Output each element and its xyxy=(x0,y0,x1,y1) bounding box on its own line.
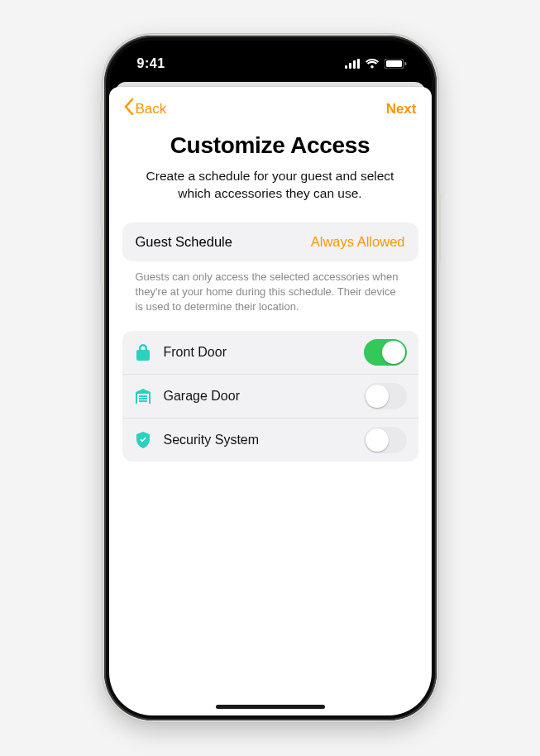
accessory-label: Garage Door xyxy=(164,389,364,404)
chevron-left-icon xyxy=(124,98,134,119)
svg-rect-6 xyxy=(404,62,406,65)
svg-rect-1 xyxy=(349,63,351,69)
battery-icon xyxy=(385,59,407,69)
shield-icon xyxy=(132,432,154,448)
status-time: 9:41 xyxy=(137,56,165,71)
page-subtitle: Create a schedule for your guest and sel… xyxy=(132,167,409,203)
page-title: Customize Access xyxy=(132,132,409,159)
accessories-list: Front Door Garage Door xyxy=(122,331,418,462)
app-sheet: Back Next Customize Access Create a sche… xyxy=(109,87,432,715)
svg-rect-3 xyxy=(357,59,360,69)
accessory-row-front-door: Front Door xyxy=(122,331,418,374)
accessory-label: Security System xyxy=(164,433,364,447)
next-button[interactable]: Next xyxy=(386,101,417,117)
svg-rect-5 xyxy=(386,60,402,67)
back-button[interactable]: Back xyxy=(124,98,167,119)
page-header: Customize Access Create a schedule for y… xyxy=(109,124,432,218)
home-indicator[interactable] xyxy=(216,705,325,709)
security-system-toggle[interactable] xyxy=(364,427,407,453)
content: Guest Schedule Always Allowed Guests can… xyxy=(109,218,432,467)
svg-rect-2 xyxy=(353,60,356,69)
svg-rect-0 xyxy=(345,65,347,69)
lock-icon xyxy=(132,343,154,361)
silence-switch xyxy=(100,135,103,160)
power-button xyxy=(437,193,441,263)
schedule-group: Guest Schedule Always Allowed xyxy=(122,222,418,261)
device-frame: 9:41 Bac xyxy=(104,36,437,720)
accessory-label: Front Door xyxy=(164,345,364,360)
garage-icon xyxy=(132,389,154,404)
back-label: Back xyxy=(136,101,167,117)
front-door-toggle[interactable] xyxy=(364,339,407,366)
garage-door-toggle[interactable] xyxy=(364,383,407,409)
volume-down-button xyxy=(100,238,103,284)
screen: 9:41 Bac xyxy=(109,41,432,715)
wifi-icon xyxy=(365,59,380,69)
guest-schedule-row[interactable]: Guest Schedule Always Allowed xyxy=(122,222,418,261)
dynamic-island xyxy=(221,54,320,82)
action-button xyxy=(100,102,103,122)
accessory-row-garage-door: Garage Door xyxy=(122,374,418,418)
schedule-footer-note: Guests can only access the selected acce… xyxy=(122,261,418,328)
accessory-row-security-system: Security System xyxy=(122,418,418,462)
nav-bar: Back Next xyxy=(109,87,432,124)
next-label: Next xyxy=(386,101,417,117)
schedule-label: Guest Schedule xyxy=(136,234,232,250)
cellular-icon xyxy=(345,59,360,69)
schedule-value: Always Allowed xyxy=(311,234,405,250)
status-indicators xyxy=(345,59,407,69)
volume-up-button xyxy=(100,180,103,226)
